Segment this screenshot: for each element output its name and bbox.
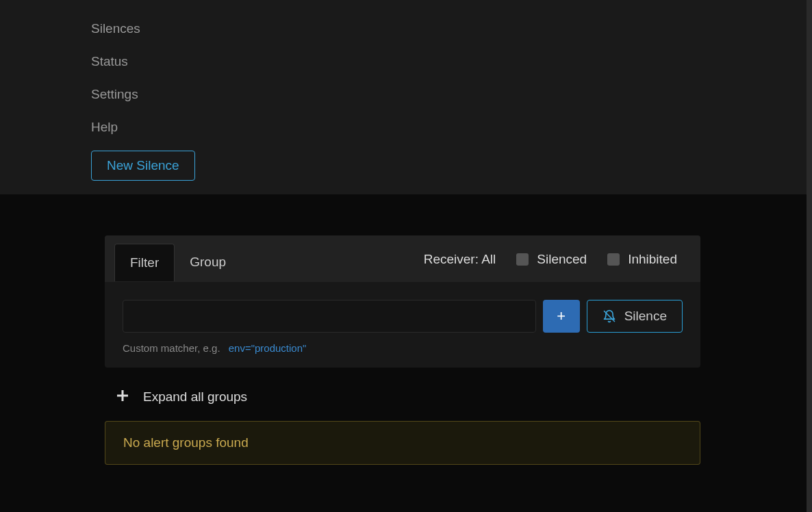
scrollbar-track[interactable] — [807, 0, 812, 512]
nav-help[interactable]: Help — [91, 111, 812, 144]
silence-button[interactable]: Silence — [587, 300, 683, 333]
tab-filter[interactable]: Filter — [114, 244, 175, 281]
tab-bar: Filter Group Receiver: All Silenced Inhi… — [105, 235, 700, 282]
inhibited-checkbox[interactable] — [607, 253, 620, 266]
matcher-hint-example: env="production" — [229, 342, 307, 354]
silenced-checkbox[interactable] — [516, 253, 529, 266]
silence-button-label: Silence — [624, 309, 667, 324]
silenced-label: Silenced — [537, 252, 587, 267]
inhibited-checkbox-wrap[interactable]: Inhibited — [607, 252, 677, 267]
matcher-input[interactable] — [123, 300, 536, 333]
silenced-checkbox-wrap[interactable]: Silenced — [516, 252, 587, 267]
matcher-hint: Custom matcher, e.g. env="production" — [123, 342, 683, 354]
filter-panel: Filter Group Receiver: All Silenced Inhi… — [105, 235, 700, 368]
expand-all-label: Expand all groups — [143, 389, 247, 405]
plus-icon — [117, 390, 128, 405]
expand-all-groups[interactable]: Expand all groups — [105, 368, 700, 421]
tab-group[interactable]: Group — [175, 244, 241, 281]
top-nav: Silences Status Settings Help New Silenc… — [0, 0, 812, 194]
bell-off-icon — [602, 309, 616, 323]
svg-rect-2 — [117, 394, 128, 396]
receiver-label[interactable]: Receiver: All — [424, 252, 496, 267]
inhibited-label: Inhibited — [628, 252, 677, 267]
new-silence-button[interactable]: New Silence — [91, 151, 195, 181]
nav-status[interactable]: Status — [91, 45, 812, 78]
no-groups-alert: No alert groups found — [105, 421, 700, 465]
nav-silences[interactable]: Silences — [91, 12, 812, 45]
filter-body: + Silence Custom matcher, e.g. env="prod… — [105, 282, 700, 368]
nav-settings[interactable]: Settings — [91, 78, 812, 111]
add-matcher-button[interactable]: + — [543, 300, 580, 333]
main-content: Filter Group Receiver: All Silenced Inhi… — [0, 194, 812, 465]
